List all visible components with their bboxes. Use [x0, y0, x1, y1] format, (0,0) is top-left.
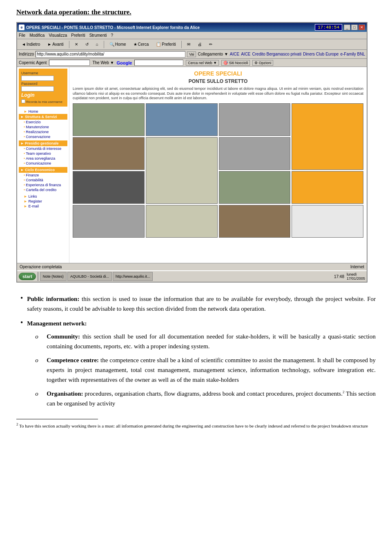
edit-button[interactable]: ✏: [206, 41, 215, 47]
browser-window: e OPERE SPECIALI - PONTE SULLO STRETTO -…: [16, 22, 368, 283]
footnote-number: 2: [16, 422, 18, 426]
sidebar-item-register[interactable]: ► Register: [19, 199, 67, 204]
browser-title-text: OPERE SPECIALI - PONTE SULLO STRETTO - M…: [26, 25, 200, 30]
menu-preferiti[interactable]: Preferiti: [71, 33, 85, 38]
sidebar-item-esercizio[interactable]: •Esercizio: [19, 120, 67, 125]
browser-titlebar: e OPERE SPECIALI - PONTE SULLO STRETTO -…: [17, 23, 367, 32]
menu-visualizza[interactable]: Visualizza: [49, 33, 67, 38]
sidebar-item-esperienza[interactable]: •Esperienza di finanza: [19, 183, 67, 187]
username-input[interactable]: [21, 76, 54, 81]
document-content: • Public information: this section is us…: [16, 294, 376, 412]
sidebar-item-team[interactable]: •Team operativo: [19, 151, 67, 156]
alleanza-link[interactable]: AICE: [241, 52, 250, 56]
sidebar-ciclo-title[interactable]: ► Ciclo Economico: [19, 167, 67, 173]
organisation-term: Organisation:: [47, 390, 83, 397]
diners-link[interactable]: Diners Club Europe: [303, 52, 339, 56]
home-button[interactable]: ⌂: [93, 41, 101, 47]
address-label: Indirizzo: [19, 52, 34, 56]
browser-menubar: File Modifica Visualizza Preferiti Strum…: [17, 32, 367, 39]
taskbar-item-aquilbo[interactable]: AQUILBO - Società di...: [67, 272, 112, 281]
forward-button[interactable]: ► Avanti: [45, 41, 67, 47]
favorites-button[interactable]: ★ Cerca: [131, 41, 152, 47]
google-input[interactable]: [134, 60, 183, 66]
browser-clock: 17:48:54: [315, 24, 342, 31]
sub-bullet-competence: o Competence centre: the competence cent…: [35, 355, 376, 385]
public-info-term: Public information:: [27, 296, 79, 302]
aiace-link[interactable]: AICE: [230, 52, 239, 56]
photo-10: [292, 171, 363, 204]
menu-modifica[interactable]: Modifica: [29, 33, 45, 38]
sidebar-item-realizzazione[interactable]: •Realizzazione: [19, 129, 67, 134]
address-input[interactable]: [36, 51, 185, 58]
photo-5: [73, 137, 145, 170]
ie-icon: e: [19, 24, 24, 30]
stop-button[interactable]: ✕: [72, 41, 81, 47]
close-button[interactable]: ✕: [359, 24, 365, 30]
sidebar-item-home[interactable]: ► Home: [19, 109, 67, 114]
menu-help[interactable]: ?: [111, 33, 113, 38]
sidebar-item-finanze[interactable]: •Finanze: [19, 173, 67, 178]
sidebar-item-conservazione[interactable]: •Conservazione: [19, 134, 67, 139]
photo-6: [146, 137, 218, 204]
arrow-icon-struttura: ►: [20, 115, 24, 119]
website-sidebar: Username Password Login Ricorda la mia u…: [17, 67, 69, 263]
refresh-button[interactable]: ↺: [82, 41, 91, 47]
password-input[interactable]: [21, 86, 54, 91]
sidebar-item-area[interactable]: •Area sorveglianza: [19, 156, 67, 161]
management-term: Management network:: [27, 320, 87, 327]
maximize-button[interactable]: □: [351, 24, 358, 30]
sub-text-organisation: Organisation: procedures, organisation c…: [47, 389, 376, 408]
photo-3: [219, 103, 291, 136]
sidebar-struttura-title[interactable]: ► Struttura & Servizi: [19, 114, 67, 120]
sub-marker-organisation: o: [35, 389, 41, 399]
competence-term: Competence centre:: [47, 357, 99, 363]
taskbar-item-notes[interactable]: Note (Notes): [40, 272, 67, 281]
remember-checkbox[interactable]: [21, 99, 25, 103]
photo-14: [292, 205, 363, 238]
sidebar-item-email[interactable]: ► E-mail: [19, 204, 67, 209]
sidebar-item-cartella[interactable]: •Cartella del credito: [19, 187, 67, 192]
login-button[interactable]: Login: [21, 92, 35, 98]
copernicus-input[interactable]: [49, 60, 90, 66]
credito-link[interactable]: Credito Bergamasco privati: [252, 52, 302, 56]
photo-1: [73, 103, 145, 136]
footnote: 2 To have this section actually working …: [16, 422, 376, 429]
arrow-icon-presidio: ►: [20, 141, 24, 145]
print-button[interactable]: 🖨: [195, 41, 205, 47]
minimize-button[interactable]: _: [344, 24, 350, 30]
arrow-icon-ciclo: ►: [20, 168, 24, 172]
browser-statusbar: Operazione completata Internet: [17, 263, 367, 270]
organisation-text: procedures, organisation charts, flow di…: [83, 390, 343, 397]
menu-strumenti[interactable]: Strumenti: [89, 33, 107, 38]
sidebar-item-contabilita[interactable]: •Contabilità: [19, 178, 67, 183]
google-logo: Google: [116, 60, 132, 65]
taskbar-item-ie[interactable]: http://www.aquilio.it...: [113, 272, 153, 281]
photo-9: [219, 171, 291, 204]
bullet-text-management: Management network: o Community: this se…: [27, 318, 376, 412]
back-button[interactable]: ◄ Indietro: [19, 41, 43, 47]
arrow-icon: ►: [24, 109, 28, 114]
bullet-item-public-info: • Public information: this section is us…: [16, 294, 376, 314]
sidebar-item-links[interactable]: ► Links: [19, 194, 67, 199]
website-main: OPERE SPECIALI PONTE SULLO STRETTO Lorem…: [69, 67, 367, 263]
siti-noccioli-button[interactable]: 🎯 Siti Noccioli: [221, 60, 250, 66]
sidebar-item-manutenzione[interactable]: •Manutenzione: [19, 125, 67, 129]
mail-button[interactable]: ✉: [184, 41, 193, 47]
photo-12: [146, 205, 218, 238]
password-label: Password: [21, 82, 65, 86]
efamily-link[interactable]: e-Family BNL: [340, 52, 365, 56]
search-button[interactable]: 🔍 Home: [107, 41, 129, 47]
lorem-text: Lorem ipsum dolor sit amet, consectetuar…: [73, 87, 363, 101]
arrow-icon-links: ►: [24, 194, 28, 198]
menu-file[interactable]: File: [19, 33, 25, 38]
history-button[interactable]: 📋 Preferiti: [153, 41, 178, 47]
go-button[interactable]: Vai: [187, 51, 196, 57]
opzioni-button[interactable]: ⚙ Opzioni: [252, 60, 273, 66]
sidebar-presidio-title[interactable]: ► Presidio gestionale: [19, 140, 67, 146]
start-button[interactable]: start: [19, 273, 36, 280]
login-panel: Username Password Login Ricorda la mia u…: [19, 69, 67, 107]
sidebar-item-comunicazione[interactable]: •Comunicazione: [19, 161, 67, 166]
sidebar-item-comunita[interactable]: •Comunità di interesse: [19, 146, 67, 151]
cerca-nel-web-button[interactable]: Cerca nel Web ▼: [186, 60, 219, 66]
taskbar-date: lunedì 17/01/2005: [347, 272, 365, 281]
